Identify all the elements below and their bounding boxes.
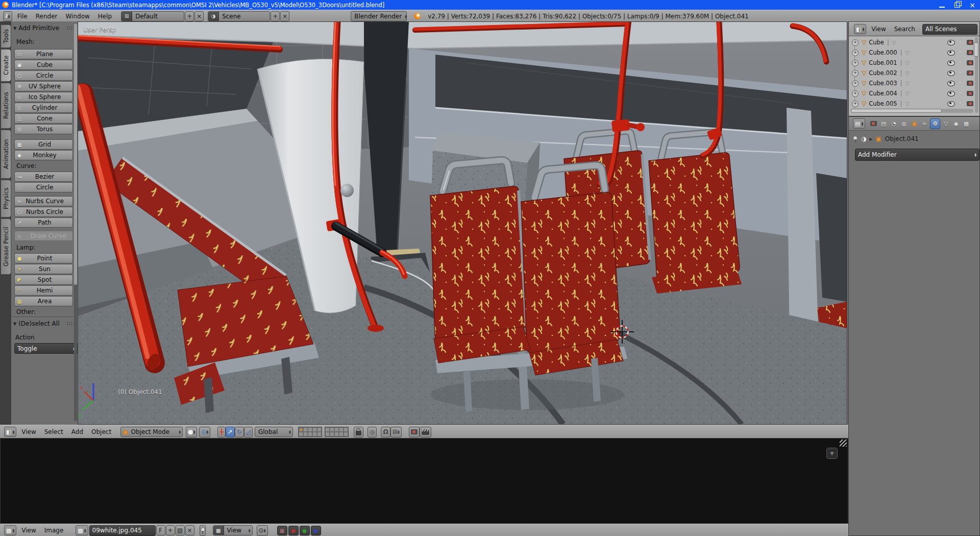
layers-grid-1[interactable] [298, 427, 322, 437]
renderability-camera-icon[interactable] [967, 70, 973, 76]
add-torus-button[interactable]: ◎Torus [14, 124, 73, 134]
render-engine-selector[interactable]: Blender Render ▲▼ [351, 11, 407, 21]
renderability-camera-icon[interactable] [967, 101, 973, 106]
tab-material[interactable]: ◉ [951, 119, 961, 129]
add-uv-sphere-button[interactable]: ⊕UV Sphere [14, 81, 73, 91]
selectability-cursor-icon[interactable]: ↖ [959, 50, 963, 56]
region-expand-button[interactable]: + [826, 448, 838, 459]
tab-render[interactable] [869, 119, 878, 129]
editor-type-button[interactable]: ▤ ▲▼ [853, 118, 865, 129]
visibility-eye-icon[interactable] [947, 91, 955, 96]
add-ico-sphere-button[interactable]: ◇Ico Sphere [14, 92, 73, 102]
add-sun-lamp-button[interactable]: ☀Sun [14, 264, 73, 274]
restore-button[interactable] [949, 1, 965, 9]
add-point-lamp-button[interactable]: ●Point [14, 253, 73, 263]
pin-button[interactable] [200, 525, 206, 536]
expand-icon[interactable]: + [852, 70, 859, 77]
menu-image[interactable]: Image [40, 526, 68, 535]
breadcrumb-object-name[interactable]: Object.041 [885, 135, 919, 142]
outliner-row-cube000[interactable]: + ▽ Cube.000 | ▽ ↖ [852, 47, 973, 58]
menu-view[interactable]: View [17, 526, 40, 535]
delete-scene-button[interactable]: × [280, 11, 289, 21]
panel-deselect-all-header[interactable]: ▼ (De)select All [13, 320, 74, 328]
snap-element-dropdown[interactable]: ⊞ ▲▼ [390, 427, 402, 437]
add-cylinder-button[interactable]: ▯Cylinder [14, 103, 73, 113]
draw-channel-red-button[interactable]: ● [288, 526, 299, 535]
outliner-row-cube002[interactable]: + ▽ Cube.002 | ▽ ↖ [852, 68, 973, 78]
outliner-item-label[interactable]: Cube.000 [869, 49, 897, 56]
tab-render-layers[interactable]: ▤ [879, 119, 888, 129]
menu-view[interactable]: View [17, 427, 40, 436]
tab-create[interactable]: Create [1, 49, 11, 82]
uv-pivot-dropdown[interactable]: ⊙ ▲▼ [257, 525, 268, 536]
tab-constraints[interactable]: ∞ [920, 119, 929, 129]
outliner-item-label[interactable]: Cube.005 [869, 100, 897, 107]
tab-animation[interactable]: Animation [1, 130, 11, 179]
image-name-field[interactable]: 09white.jpg.045 [89, 525, 156, 536]
panel-add-primitive-header[interactable]: ▼ Add Primitive [13, 24, 74, 32]
menu-select[interactable]: Select [40, 427, 67, 436]
translate-manipulator-button[interactable]: ↗ [226, 427, 235, 437]
viewport-shading-dropdown[interactable]: ● ▲▼ [186, 427, 197, 437]
area-resize-grip[interactable] [840, 440, 847, 447]
expand-icon[interactable]: + [852, 101, 859, 107]
visibility-eye-icon[interactable] [947, 81, 955, 86]
snap-toggle-button[interactable]: Ω [381, 427, 390, 437]
editor-type-button[interactable]: ▩ ▲▼ [4, 525, 16, 535]
selectability-cursor-icon[interactable]: ↖ [959, 60, 963, 66]
tab-object-data[interactable]: ▽ [941, 119, 950, 129]
add-bezier-button[interactable]: ↝Bezier [14, 172, 73, 182]
tab-world[interactable]: ◍ [899, 119, 909, 129]
scale-manipulator-button[interactable]: ◿ [244, 427, 253, 437]
outliner-item-label[interactable]: Cube.001 [869, 59, 897, 66]
new-image-button[interactable]: + [166, 525, 175, 535]
window-titlebar[interactable]: Blender* [C:\Program Files (x86)\Steam\s… [0, 0, 980, 10]
outliner-row-cube003[interactable]: + ▽ Cube.003 | ▽ ↖ [852, 78, 973, 88]
close-button[interactable]: × [965, 1, 980, 9]
panel-grip-icon[interactable] [66, 322, 74, 326]
outliner-vscrollbar-thumb[interactable] [974, 42, 978, 57]
add-circle-button[interactable]: ○Circle [14, 70, 73, 81]
renderability-camera-icon[interactable] [967, 81, 973, 86]
draw-channel-green-button[interactable]: ● [300, 526, 310, 535]
add-cone-button[interactable]: △Cone [14, 113, 73, 124]
minimize-button[interactable] [934, 1, 949, 9]
editor-type-button[interactable]: i ▲▼ [3, 11, 12, 21]
opengl-render-button[interactable] [409, 427, 420, 437]
editor-type-button[interactable]: ◧ ▲▼ [4, 427, 16, 437]
menu-search[interactable]: Search [890, 25, 919, 34]
visibility-eye-icon[interactable] [947, 40, 955, 45]
opengl-animation-button[interactable] [420, 427, 431, 437]
manipulator-toggle-button[interactable]: ╋ [217, 427, 225, 437]
outliner-row-cube[interactable]: + ▽ Cube | ▽ ↖ [852, 37, 973, 47]
selectability-cursor-icon[interactable]: ↖ [959, 80, 963, 87]
tab-scene[interactable]: ◔ [889, 119, 898, 129]
scene-selector[interactable]: ◑ Scene [208, 11, 270, 21]
delete-layout-button[interactable]: × [194, 11, 204, 21]
add-area-lamp-button[interactable]: ▦Area [14, 296, 73, 306]
fake-user-button[interactable]: F [156, 525, 165, 535]
orientation-dropdown[interactable]: Global ▲▼ [255, 427, 293, 437]
display-filter-dropdown[interactable]: All Scenes [922, 24, 977, 35]
add-nurbs-circle-button[interactable]: ○Nurbs Circle [14, 207, 73, 217]
add-hemi-lamp-button[interactable]: ◠Hemi [14, 285, 73, 296]
panel-grip-icon[interactable] [66, 26, 74, 30]
editor-type-button[interactable]: ◧ ▲▼ [854, 24, 866, 34]
renderability-camera-icon[interactable] [967, 60, 973, 65]
outliner-hscrollbar-thumb[interactable] [851, 109, 942, 113]
outliner-row-cube004[interactable]: + ▽ Cube.004 | ▽ ↖ [852, 88, 973, 99]
mode-dropdown[interactable]: ▣ Object Mode ▲▼ [120, 427, 183, 437]
screen-layout-selector[interactable]: ⊞ Default [121, 11, 184, 21]
renderability-camera-icon[interactable] [967, 91, 973, 96]
unlink-image-button[interactable]: × [185, 525, 194, 535]
add-curve-circle-button[interactable]: ◌Circle [14, 182, 73, 192]
visibility-eye-icon[interactable] [947, 70, 955, 76]
tab-modifiers-wrench[interactable]: ⚙ [930, 118, 940, 129]
add-monkey-button[interactable]: ◉Monkey [14, 150, 73, 160]
outliner-item-label[interactable]: Cube.002 [869, 69, 897, 77]
uv-image-editor[interactable]: + [0, 438, 848, 524]
outliner-item-label[interactable]: Cube [869, 39, 884, 46]
outliner-item-label[interactable]: Cube.003 [869, 80, 897, 87]
tab-tools[interactable]: Tools [1, 25, 11, 48]
add-layout-button[interactable]: + [185, 11, 194, 21]
